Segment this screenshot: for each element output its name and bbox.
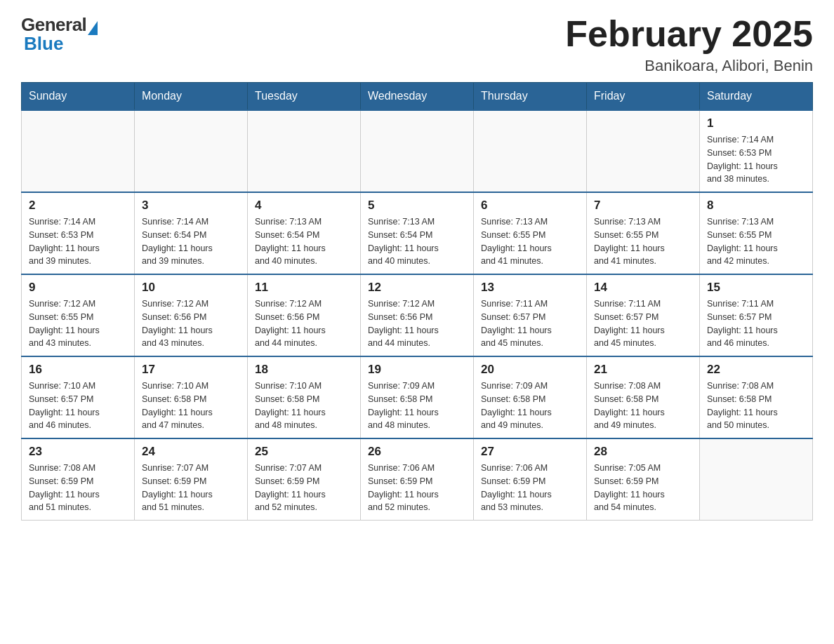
day-info: Sunrise: 7:14 AMSunset: 6:53 PMDaylight:…	[29, 215, 127, 268]
calendar-cell: 9Sunrise: 7:12 AMSunset: 6:55 PMDaylight…	[22, 274, 135, 356]
calendar-cell: 16Sunrise: 7:10 AMSunset: 6:57 PMDayligh…	[22, 356, 135, 438]
calendar-cell: 11Sunrise: 7:12 AMSunset: 6:56 PMDayligh…	[248, 274, 361, 356]
day-info: Sunrise: 7:09 AMSunset: 6:58 PMDaylight:…	[481, 380, 579, 432]
day-info: Sunrise: 7:10 AMSunset: 6:57 PMDaylight:…	[29, 380, 127, 432]
week-row-1: 1Sunrise: 7:14 AMSunset: 6:53 PMDaylight…	[22, 110, 813, 192]
day-info: Sunrise: 7:13 AMSunset: 6:54 PMDaylight:…	[255, 215, 353, 268]
day-info: Sunrise: 7:14 AMSunset: 6:54 PMDaylight:…	[142, 215, 240, 268]
calendar-header-row: SundayMondayTuesdayWednesdayThursdayFrid…	[22, 83, 813, 111]
calendar-cell: 28Sunrise: 7:05 AMSunset: 6:59 PMDayligh…	[587, 438, 700, 521]
day-number: 10	[142, 281, 240, 295]
calendar-cell	[135, 110, 248, 192]
day-number: 14	[594, 281, 692, 295]
calendar-header-sunday: Sunday	[22, 83, 135, 111]
week-row-4: 16Sunrise: 7:10 AMSunset: 6:57 PMDayligh…	[22, 356, 813, 438]
calendar-cell: 26Sunrise: 7:06 AMSunset: 6:59 PMDayligh…	[361, 438, 474, 521]
day-info: Sunrise: 7:10 AMSunset: 6:58 PMDaylight:…	[255, 380, 353, 432]
calendar-cell: 20Sunrise: 7:09 AMSunset: 6:58 PMDayligh…	[474, 356, 587, 438]
logo-triangle-icon	[88, 21, 98, 35]
calendar-header-tuesday: Tuesday	[248, 83, 361, 111]
calendar-cell: 27Sunrise: 7:06 AMSunset: 6:59 PMDayligh…	[474, 438, 587, 521]
day-info: Sunrise: 7:13 AMSunset: 6:55 PMDaylight:…	[481, 215, 579, 268]
calendar-cell: 8Sunrise: 7:13 AMSunset: 6:55 PMDaylight…	[700, 192, 813, 274]
location-subtitle: Banikoara, Alibori, Benin	[565, 57, 813, 75]
calendar-cell: 13Sunrise: 7:11 AMSunset: 6:57 PMDayligh…	[474, 274, 587, 356]
day-number: 13	[481, 281, 579, 295]
day-number: 23	[29, 445, 127, 459]
day-number: 18	[255, 363, 353, 377]
day-info: Sunrise: 7:13 AMSunset: 6:54 PMDaylight:…	[368, 215, 466, 268]
day-info: Sunrise: 7:07 AMSunset: 6:59 PMDaylight:…	[142, 462, 240, 514]
day-info: Sunrise: 7:12 AMSunset: 6:55 PMDaylight:…	[29, 297, 127, 350]
calendar-cell	[474, 110, 587, 192]
calendar-cell: 5Sunrise: 7:13 AMSunset: 6:54 PMDaylight…	[361, 192, 474, 274]
day-info: Sunrise: 7:06 AMSunset: 6:59 PMDaylight:…	[481, 462, 579, 514]
day-info: Sunrise: 7:05 AMSunset: 6:59 PMDaylight:…	[594, 462, 692, 514]
calendar-header-wednesday: Wednesday	[361, 83, 474, 111]
calendar-cell: 12Sunrise: 7:12 AMSunset: 6:56 PMDayligh…	[361, 274, 474, 356]
week-row-3: 9Sunrise: 7:12 AMSunset: 6:55 PMDaylight…	[22, 274, 813, 356]
day-number: 16	[29, 363, 127, 377]
month-title: February 2025	[565, 14, 813, 54]
day-number: 6	[481, 199, 579, 213]
day-number: 4	[255, 199, 353, 213]
calendar-header-thursday: Thursday	[474, 83, 587, 111]
calendar-cell: 19Sunrise: 7:09 AMSunset: 6:58 PMDayligh…	[361, 356, 474, 438]
day-number: 20	[481, 363, 579, 377]
day-number: 2	[29, 199, 127, 213]
day-info: Sunrise: 7:06 AMSunset: 6:59 PMDaylight:…	[368, 462, 466, 514]
calendar-cell	[361, 110, 474, 192]
calendar-cell	[248, 110, 361, 192]
calendar-cell: 24Sunrise: 7:07 AMSunset: 6:59 PMDayligh…	[135, 438, 248, 521]
title-section: February 2025 Banikoara, Alibori, Benin	[565, 14, 813, 75]
day-number: 17	[142, 363, 240, 377]
day-number: 1	[707, 116, 805, 130]
calendar-header-friday: Friday	[587, 83, 700, 111]
day-info: Sunrise: 7:08 AMSunset: 6:58 PMDaylight:…	[707, 380, 805, 432]
calendar-cell: 14Sunrise: 7:11 AMSunset: 6:57 PMDayligh…	[587, 274, 700, 356]
calendar-cell: 17Sunrise: 7:10 AMSunset: 6:58 PMDayligh…	[135, 356, 248, 438]
day-info: Sunrise: 7:13 AMSunset: 6:55 PMDaylight:…	[707, 215, 805, 268]
day-info: Sunrise: 7:14 AMSunset: 6:53 PMDaylight:…	[707, 133, 805, 186]
day-number: 28	[594, 445, 692, 459]
day-info: Sunrise: 7:08 AMSunset: 6:58 PMDaylight:…	[594, 380, 692, 432]
calendar-cell: 6Sunrise: 7:13 AMSunset: 6:55 PMDaylight…	[474, 192, 587, 274]
day-number: 25	[255, 445, 353, 459]
calendar-cell: 18Sunrise: 7:10 AMSunset: 6:58 PMDayligh…	[248, 356, 361, 438]
week-row-2: 2Sunrise: 7:14 AMSunset: 6:53 PMDaylight…	[22, 192, 813, 274]
day-number: 12	[368, 281, 466, 295]
calendar-cell: 22Sunrise: 7:08 AMSunset: 6:58 PMDayligh…	[700, 356, 813, 438]
day-number: 19	[368, 363, 466, 377]
calendar-table: SundayMondayTuesdayWednesdayThursdayFrid…	[21, 82, 813, 521]
day-number: 26	[368, 445, 466, 459]
week-row-5: 23Sunrise: 7:08 AMSunset: 6:59 PMDayligh…	[22, 438, 813, 521]
calendar-cell: 2Sunrise: 7:14 AMSunset: 6:53 PMDaylight…	[22, 192, 135, 274]
calendar-cell: 4Sunrise: 7:13 AMSunset: 6:54 PMDaylight…	[248, 192, 361, 274]
day-info: Sunrise: 7:12 AMSunset: 6:56 PMDaylight:…	[255, 297, 353, 350]
day-number: 5	[368, 199, 466, 213]
logo: General Blue	[21, 14, 98, 55]
day-number: 27	[481, 445, 579, 459]
calendar-cell: 7Sunrise: 7:13 AMSunset: 6:55 PMDaylight…	[587, 192, 700, 274]
calendar-cell: 3Sunrise: 7:14 AMSunset: 6:54 PMDaylight…	[135, 192, 248, 274]
calendar-cell: 10Sunrise: 7:12 AMSunset: 6:56 PMDayligh…	[135, 274, 248, 356]
day-number: 15	[707, 281, 805, 295]
day-number: 21	[594, 363, 692, 377]
day-number: 22	[707, 363, 805, 377]
day-info: Sunrise: 7:11 AMSunset: 6:57 PMDaylight:…	[707, 297, 805, 350]
day-number: 8	[707, 199, 805, 213]
day-info: Sunrise: 7:12 AMSunset: 6:56 PMDaylight:…	[142, 297, 240, 350]
day-info: Sunrise: 7:09 AMSunset: 6:58 PMDaylight:…	[368, 380, 466, 432]
page-header: General Blue February 2025 Banikoara, Al…	[21, 14, 813, 75]
day-number: 3	[142, 199, 240, 213]
calendar-header-monday: Monday	[135, 83, 248, 111]
day-number: 7	[594, 199, 692, 213]
day-info: Sunrise: 7:13 AMSunset: 6:55 PMDaylight:…	[594, 215, 692, 268]
calendar-cell: 15Sunrise: 7:11 AMSunset: 6:57 PMDayligh…	[700, 274, 813, 356]
day-number: 9	[29, 281, 127, 295]
calendar-cell	[700, 438, 813, 521]
calendar-header-saturday: Saturday	[700, 83, 813, 111]
calendar-cell: 21Sunrise: 7:08 AMSunset: 6:58 PMDayligh…	[587, 356, 700, 438]
logo-blue-text: Blue	[21, 33, 63, 55]
calendar-cell: 23Sunrise: 7:08 AMSunset: 6:59 PMDayligh…	[22, 438, 135, 521]
